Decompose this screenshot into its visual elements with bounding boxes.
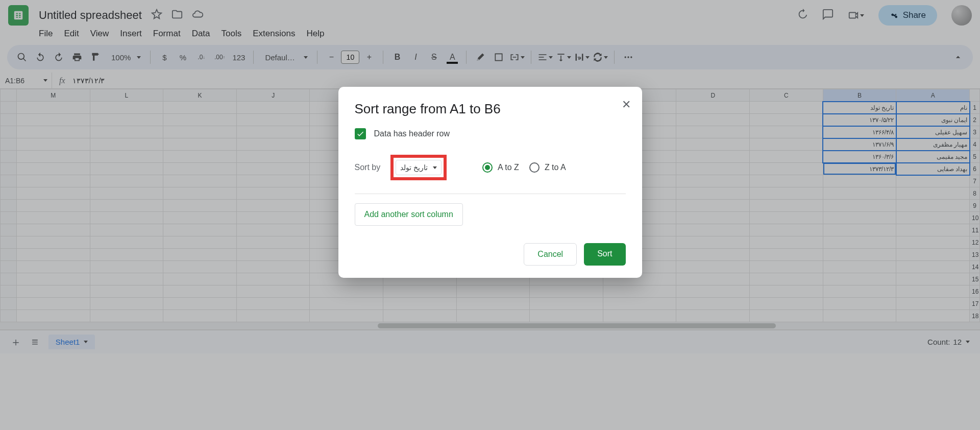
modal-overlay: Sort range from A1 to B6 ✕ Data has head… [0, 0, 980, 430]
cancel-button[interactable]: Cancel [524, 243, 577, 266]
sort-by-label: Sort by [355, 163, 381, 172]
sort-asc-radio[interactable]: A to Z [482, 162, 519, 173]
tutorial-highlight: تاریخ تولد [390, 155, 447, 180]
sort-column-select[interactable]: تاریخ تولد [396, 160, 442, 175]
sort-button[interactable]: Sort [584, 243, 625, 266]
sort-range-dialog: Sort range from A1 to B6 ✕ Data has head… [338, 87, 642, 278]
sort-desc-radio[interactable]: Z to A [529, 162, 566, 173]
header-row-checkbox[interactable] [355, 128, 366, 139]
header-row-label: Data has header row [374, 129, 450, 138]
close-icon[interactable]: ✕ [622, 98, 631, 111]
dialog-title: Sort range from A1 to B6 [355, 101, 626, 117]
add-sort-column-button[interactable]: Add another sort column [355, 203, 463, 226]
